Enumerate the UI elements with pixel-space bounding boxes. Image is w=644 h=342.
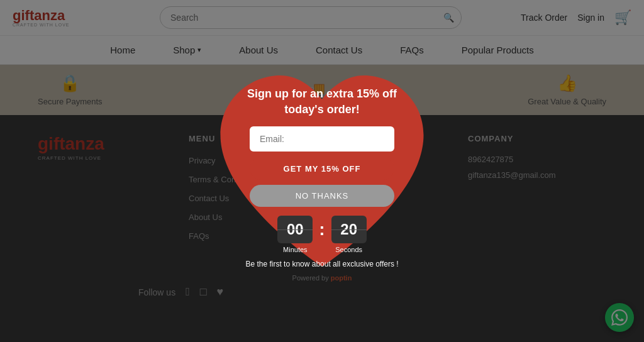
minutes-label: Minutes xyxy=(283,246,308,253)
popup-overlay: Sign up for an extra 15% off today's ord… xyxy=(0,0,644,342)
minutes-block: 00 Minutes xyxy=(277,216,313,253)
get-discount-button[interactable]: GET MY 15% OFF xyxy=(250,158,394,180)
minutes-display: 00 xyxy=(277,216,313,243)
seconds-display: 20 xyxy=(331,216,367,243)
popup-email-input[interactable] xyxy=(250,126,394,152)
popup-note: Be the first to know about all exclusive… xyxy=(245,260,398,268)
popup-heart: Sign up for an extra 15% off today's ord… xyxy=(203,52,441,290)
seconds-label: Seconds xyxy=(335,246,362,253)
popup-title: Sign up for an extra 15% off today's ord… xyxy=(234,86,410,118)
timer-colon: : xyxy=(319,219,325,240)
popup-content: Sign up for an extra 15% off today's ord… xyxy=(234,86,410,268)
timer-row: 00 Minutes : 20 Seconds xyxy=(277,216,366,253)
seconds-block: 20 Seconds xyxy=(331,216,367,253)
no-thanks-button[interactable]: NO THANKS xyxy=(250,185,394,207)
